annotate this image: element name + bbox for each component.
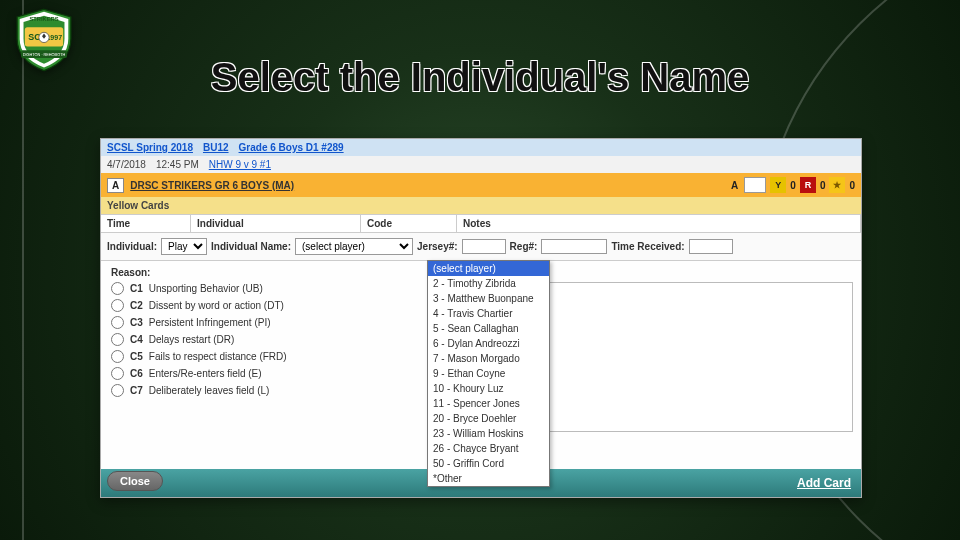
jersey-label: Jersey#: [417,241,458,252]
reason-row: C2Dissent by word or action (DT) [111,299,419,312]
reason-radio[interactable] [111,282,124,295]
card-entry-form: Individual: Player Individual Name: (sel… [101,233,861,261]
reason-code: C7 [130,385,143,396]
league-header: SCSL Spring 2018 BU12 Grade 6 Boys D1 #2… [101,139,861,156]
player-option[interactable]: 9 - Ethan Coyne [428,366,549,381]
reason-text: Unsporting Behavior (UB) [149,283,263,294]
player-option[interactable]: 3 - Matthew Buonpane [428,291,549,306]
reason-text: Dissent by word or action (DT) [149,300,284,311]
reason-radio[interactable] [111,316,124,329]
reason-radio[interactable] [111,333,124,346]
individual-name-select[interactable]: (select player) [295,238,413,255]
reason-radio[interactable] [111,367,124,380]
reason-radio[interactable] [111,350,124,363]
player-option[interactable]: 4 - Travis Chartier [428,306,549,321]
reason-code: C6 [130,368,143,379]
red-count: 0 [820,180,826,191]
yellow-count: 0 [790,180,796,191]
reason-radio[interactable] [111,384,124,397]
time-received-label: Time Received: [611,241,684,252]
league-link[interactable]: SCSL Spring 2018 [107,142,193,153]
score-side-label: A [731,180,738,191]
team-name-link[interactable]: DRSC STRIKERS GR 6 BOYS (MA) [130,180,294,191]
close-button[interactable]: Close [107,471,163,491]
col-time: Time [101,215,191,232]
player-option[interactable]: 50 - Griffin Cord [428,456,549,471]
group-link[interactable]: BU12 [203,142,229,153]
reason-row: C1Unsporting Behavior (UB) [111,282,419,295]
reason-code: C4 [130,334,143,345]
reason-code: C3 [130,317,143,328]
score-input[interactable] [744,177,766,193]
reason-row: C4Delays restart (DR) [111,333,419,346]
reason-text: Delays restart (DR) [149,334,235,345]
player-dropdown-list[interactable]: (select player)2 - Timothy Zibrida3 - Ma… [427,260,550,487]
team-score-bar: A DRSC STRIKERS GR 6 BOYS (MA) A Y 0 R 0… [101,173,861,197]
reason-text: Deliberately leaves field (L) [149,385,270,396]
player-option[interactable]: 23 - William Hoskins [428,426,549,441]
player-option[interactable]: 20 - Bryce Doehler [428,411,549,426]
reason-row: C5Fails to respect distance (FRD) [111,350,419,363]
match-time: 12:45 PM [156,159,199,170]
reason-code: C1 [130,283,143,294]
reason-radio[interactable] [111,299,124,312]
col-code: Code [361,215,457,232]
player-option[interactable]: 2 - Timothy Zibrida [428,276,549,291]
add-card-button[interactable]: Add Card [797,476,851,490]
svg-text:STRIKERS: STRIKERS [29,16,58,22]
reason-code: C2 [130,300,143,311]
reg-input[interactable] [541,239,607,254]
col-notes: Notes [457,215,861,232]
match-link[interactable]: NHW 9 v 9 #1 [209,159,271,170]
reason-code: C5 [130,351,143,362]
reason-row: C6Enters/Re-enters field (E) [111,367,419,380]
player-option[interactable]: (select player) [428,261,549,276]
player-option[interactable]: 7 - Mason Morgado [428,351,549,366]
division-link[interactable]: Grade 6 Boys D1 #289 [239,142,344,153]
player-option[interactable]: 10 - Khoury Luz [428,381,549,396]
reason-text: Enters/Re-enters field (E) [149,368,262,379]
reason-text: Persistent Infringement (PI) [149,317,271,328]
match-card-dialog: SCSL Spring 2018 BU12 Grade 6 Boys D1 #2… [100,138,862,498]
col-individual: Individual [191,215,361,232]
star-count: 0 [849,180,855,191]
yellow-chip-icon: Y [770,177,786,193]
player-option[interactable]: 26 - Chayce Bryant [428,441,549,456]
cards-table-header: Time Individual Code Notes [101,214,861,233]
reason-row: C7Deliberately leaves field (L) [111,384,419,397]
reason-row: C3Persistent Infringement (PI) [111,316,419,329]
team-side-badge: A [107,178,124,193]
individual-name-label: Individual Name: [211,241,291,252]
reason-section: Reason: C1Unsporting Behavior (UB)C2Diss… [101,261,429,437]
individual-label: Individual: [107,241,157,252]
jersey-input[interactable] [462,239,506,254]
match-subheader: 4/7/2018 12:45 PM NHW 9 v 9 #1 [101,156,861,173]
player-option[interactable]: *Other [428,471,549,486]
section-header: Yellow Cards [101,197,861,214]
player-option[interactable]: 11 - Spencer Jones [428,396,549,411]
player-option[interactable]: 5 - Sean Callaghan [428,321,549,336]
reg-label: Reg#: [510,241,538,252]
slide-title: Select the Individual's Name [0,55,960,100]
time-received-input[interactable] [689,239,733,254]
star-icon: ★ [829,177,845,193]
red-chip-icon: R [800,177,816,193]
player-option[interactable]: 6 - Dylan Andreozzi [428,336,549,351]
reason-text: Fails to respect distance (FRD) [149,351,287,362]
individual-type-select[interactable]: Player [161,238,207,255]
match-date: 4/7/2018 [107,159,146,170]
reason-header: Reason: [111,267,419,278]
